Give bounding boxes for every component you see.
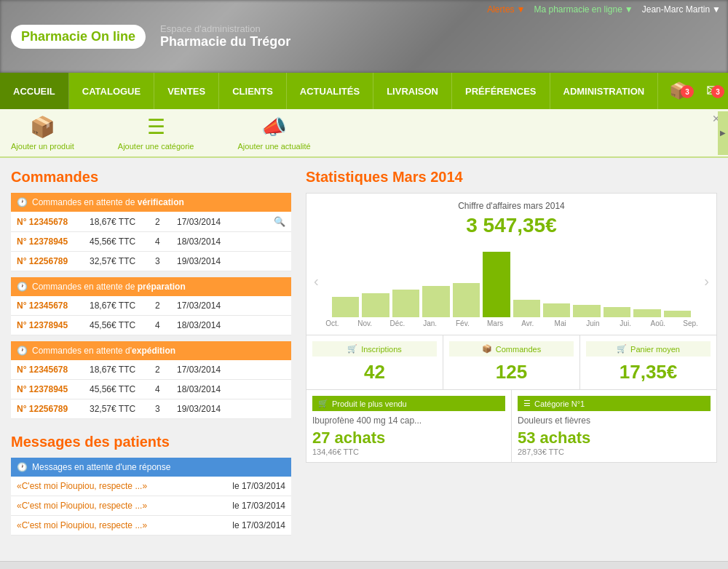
top-category-header-label: Catégorie N°1 — [534, 399, 585, 408]
nav-item-ventes[interactable]: VENTES — [154, 73, 219, 109]
header-text: Espace d'administration Pharmacie du Tré… — [160, 23, 290, 49]
clock-icon: 🕐 — [17, 346, 28, 356]
group-header-preparation: 🕐 Commandes en attente de préparation — [11, 277, 291, 296]
order-link[interactable]: N° 12256789 — [17, 256, 90, 266]
add-news-icon: 📣 — [261, 115, 287, 139]
order-qty: 4 — [155, 320, 177, 330]
panier-label: Panier moyen — [630, 345, 680, 354]
top-product-price: 134,46€ TTC — [312, 447, 505, 456]
order-link[interactable]: N° 12378945 — [17, 384, 90, 394]
message-text[interactable]: «C'est moi Pioupiou, respecte ...» — [17, 481, 232, 491]
order-row: N° 12256789 32,57€ TTC 3 19/03/2014 — [11, 399, 291, 419]
order-link[interactable]: N° 12256789 — [17, 404, 90, 414]
right-panel: Statistiques Mars 2014 Chiffre d'affaire… — [306, 169, 717, 536]
top-product-icon: 🛒 — [318, 399, 328, 408]
header-subtitle: Espace d'administration — [160, 23, 290, 34]
chart-label: Mai — [545, 319, 575, 327]
chart-label: Aoû. — [644, 319, 673, 327]
sidebar-toggle[interactable]: ▶ — [718, 111, 728, 155]
nav-item-preferences[interactable]: PRÉFÉRENCES — [452, 73, 550, 109]
nav-item-actualites[interactable]: ACTUALITÉS — [287, 73, 373, 109]
commandes-group-verification: 🕐 Commandes en attente de vérification N… — [11, 193, 291, 271]
order-price: 45,56€ TTC — [90, 320, 155, 330]
panier-value: 17,35€ — [586, 361, 711, 383]
chart-bar — [633, 309, 660, 317]
group-header-expedition: 🕐 Commandes en attente d'expédition — [11, 341, 291, 360]
mail-badge: 3 — [711, 85, 724, 98]
order-qty: 3 — [155, 256, 177, 266]
chart-bar — [362, 293, 389, 317]
order-link[interactable]: N° 12345678 — [17, 301, 90, 311]
order-row: N° 12345678 18,67€ TTC 2 17/03/2014 — [11, 360, 291, 380]
order-qty: 2 — [155, 301, 177, 311]
message-row: «C'est moi Pioupiou, respecte ...» le 17… — [11, 477, 291, 496]
chart-label: Oct. — [317, 319, 347, 327]
product-cards: 🛒 Produit le plus vendu Ibuprofène 400 m… — [306, 389, 716, 462]
group-label-preparation: Commandes en attente de préparation — [32, 282, 186, 292]
stat-card-panier: 🛒 Panier moyen 17,35€ — [580, 335, 716, 389]
product-card-header-top: 🛒 Produit le plus vendu — [312, 396, 505, 411]
chart-labels: Oct.Nov.Déc.Jan.Fév.MarsAvr.MaiJuinJui.A… — [314, 317, 709, 327]
add-category-action[interactable]: ☰ Ajouter une catégorie — [118, 115, 194, 151]
nav-item-accueil[interactable]: ACCUEIL — [0, 73, 69, 109]
stat-card-commandes: 📦 Commandes 125 — [443, 335, 580, 389]
order-date: 17/03/2014 — [177, 301, 285, 311]
clock-icon: 🕐 — [17, 197, 28, 207]
order-date: 19/03/2014 — [177, 256, 285, 266]
header-title: Pharmacie du Trégor — [160, 34, 290, 49]
add-product-icon: 📦 — [30, 115, 55, 139]
chart-title: Chiffre d'affaires mars 2014 — [314, 201, 709, 211]
logo[interactable]: Pharmacie On line — [11, 25, 146, 49]
chart-label: Nov. — [350, 319, 380, 327]
order-price: 32,57€ TTC — [90, 404, 155, 414]
nav-item-clients[interactable]: CLIENTS — [219, 73, 287, 109]
order-date: 18/03/2014 — [177, 384, 285, 394]
order-link[interactable]: N° 12345678 — [17, 217, 90, 227]
add-news-label: Ajouter une actualité — [237, 142, 310, 151]
box-icon-button[interactable]: 📦 3 — [660, 81, 697, 100]
message-row: «C'est moi Pioupiou, respecte ...» le 17… — [11, 516, 291, 536]
left-panel: Commandes 🕐 Commandes en attente de véri… — [11, 169, 291, 536]
search-icon[interactable]: 🔍 — [274, 216, 285, 227]
chart-prev-button[interactable]: ‹ — [314, 273, 319, 290]
inscriptions-value: 42 — [312, 361, 437, 383]
footer: ✉ Contactez-nous ℹ Consultez la FAQ ✳ Si… — [0, 561, 728, 569]
chart-bar — [573, 305, 600, 317]
order-qty: 4 — [155, 236, 177, 247]
logo-text2: On line — [91, 29, 135, 44]
top-category-icon: ☰ — [523, 399, 531, 408]
order-link[interactable]: N° 12378945 — [17, 236, 90, 247]
nav-item-catalogue[interactable]: CATALOGUE — [69, 73, 154, 109]
order-link[interactable]: N° 12378945 — [17, 320, 90, 330]
messages-header: 🕐 Messages en attente d'une réponse — [11, 458, 291, 477]
add-product-label: Ajouter un produit — [11, 142, 74, 151]
chart-bar — [664, 311, 691, 317]
stat-card-inscriptions: 🛒 Inscriptions 42 — [306, 335, 443, 389]
add-product-action[interactable]: 📦 Ajouter un produit — [11, 115, 74, 151]
top-product-header-label: Produit le plus vendu — [332, 399, 407, 408]
mail-icon-button[interactable]: ✉ 3 — [697, 81, 728, 100]
order-qty: 2 — [155, 365, 177, 375]
product-card-header-category: ☰ Catégorie N°1 — [518, 396, 711, 411]
top-product-name: Ibuprofène 400 mg 14 cap... — [312, 415, 505, 426]
order-date: 18/03/2014 — [177, 236, 285, 247]
order-date: 18/03/2014 — [177, 320, 285, 330]
order-link[interactable]: N° 12345678 — [17, 365, 90, 375]
nav-item-livraison[interactable]: LIVRAISON — [373, 73, 452, 109]
clock-icon: 🕐 — [17, 282, 28, 292]
nav-item-administration[interactable]: ADMINISTRATION — [550, 73, 659, 109]
chart-next-button[interactable]: › — [704, 273, 709, 290]
chart-label: Mars — [480, 319, 510, 327]
message-text[interactable]: «C'est moi Pioupiou, respecte ...» — [17, 501, 232, 511]
chart-label: Déc. — [383, 319, 413, 327]
group-label-expedition: Commandes en attente d'expédition — [32, 346, 175, 356]
messages-title: Messages des patients — [11, 434, 291, 450]
top-category-price: 287,93€ TTC — [518, 447, 711, 456]
chart-bar — [513, 300, 540, 317]
box-badge: 3 — [681, 85, 694, 98]
message-text[interactable]: «C'est moi Pioupiou, respecte ...» — [17, 520, 232, 530]
add-news-action[interactable]: 📣 Ajouter une actualité — [237, 115, 310, 151]
order-row: N° 12345678 18,67€ TTC 2 17/03/2014 — [11, 296, 291, 316]
order-row: N° 12378945 45,56€ TTC 4 18/03/2014 — [11, 380, 291, 399]
order-row: N° 12256789 32,57€ TTC 3 19/03/2014 — [11, 252, 291, 271]
